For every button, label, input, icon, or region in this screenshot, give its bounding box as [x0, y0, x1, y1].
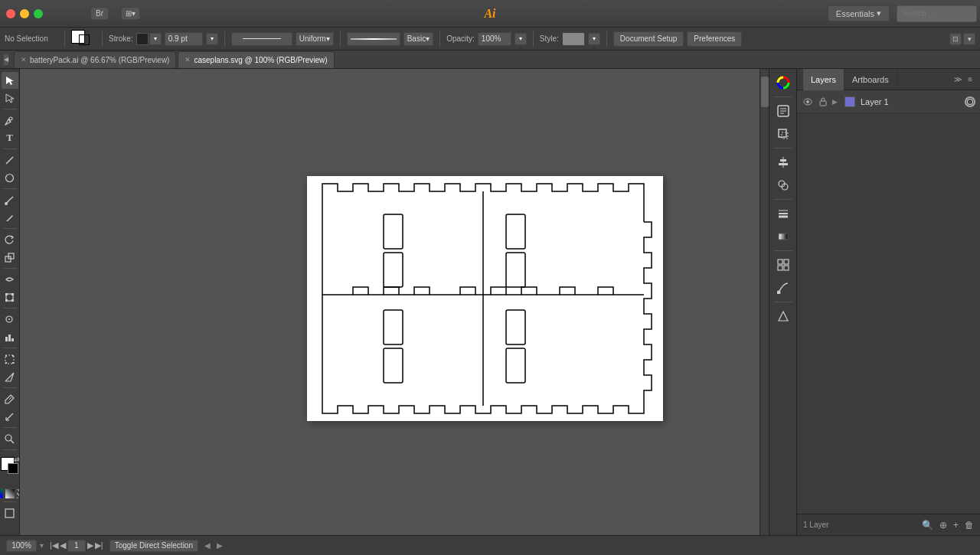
slice-tool[interactable] [2, 368, 18, 385]
search-input[interactable] [897, 5, 977, 22]
stroke-style-select[interactable]: Uniform▾ [296, 32, 334, 46]
paintbrush-tool[interactable] [2, 191, 18, 208]
svg-point-0 [9, 117, 12, 120]
arrange-view-btn[interactable]: ▾ [963, 33, 975, 45]
tab-close-batterypack[interactable]: ✕ [21, 56, 27, 64]
rotate-tool[interactable] [2, 231, 18, 248]
select-tool[interactable] [2, 72, 18, 89]
color-mode-btn[interactable] [0, 488, 4, 499]
stroke-value-input[interactable] [165, 32, 203, 46]
prev-page-btn[interactable]: ◀ [60, 540, 66, 550]
last-page-btn[interactable]: ▶| [95, 540, 103, 550]
toggle-arrow-right[interactable]: ▶ [217, 541, 223, 550]
style-arrow[interactable]: ▾ [588, 33, 600, 45]
line-tool[interactable] [2, 152, 18, 168]
swap-colors-btn[interactable]: ⇄ [14, 455, 20, 463]
stroke-type-btn[interactable]: ▾ [149, 33, 162, 45]
zoom-tool[interactable] [2, 430, 18, 447]
basic-label: Basic [407, 34, 426, 43]
page-number-input[interactable] [67, 540, 86, 552]
layers-search-btn[interactable]: 🔍 [922, 520, 933, 531]
transform-panel-btn[interactable] [773, 123, 794, 145]
arrange-button[interactable]: ⊞▾ [121, 7, 140, 20]
artboard-tool[interactable] [2, 351, 18, 367]
layers-delete-btn[interactable]: 🗑 [965, 520, 974, 531]
view-controls: ⊡ ▾ [949, 33, 975, 45]
pen-tool[interactable] [2, 112, 18, 129]
opacity-arrow[interactable]: ▾ [514, 33, 527, 45]
layer-expand-btn[interactable]: ▶ [832, 98, 841, 106]
stroke-panel-btn[interactable] [773, 203, 794, 224]
brush-style-select[interactable]: Basic▾ [403, 32, 433, 46]
tab-close-caseplans[interactable]: ✕ [185, 56, 191, 64]
style-preview[interactable] [562, 32, 585, 46]
minimize-button[interactable] [20, 9, 29, 18]
column-graph-tool[interactable] [2, 328, 18, 345]
preferences-button[interactable]: Preferences [687, 31, 742, 47]
first-page-btn[interactable]: |◀ [50, 540, 58, 550]
doc-setup-button[interactable]: Document Setup [613, 31, 684, 47]
stroke-color-swatch[interactable] [8, 463, 18, 474]
stroke-value-arrow[interactable]: ▾ [206, 33, 218, 45]
scale-tool[interactable] [2, 249, 18, 266]
canvas-area[interactable] [20, 69, 769, 535]
layer-lock-btn[interactable] [817, 96, 829, 108]
libraries-panel-btn[interactable] [773, 305, 794, 327]
svg-rect-34 [506, 253, 525, 287]
symbols-panel-btn[interactable] [773, 254, 794, 276]
layers-new-sublayer-btn[interactable]: ⊕ [939, 520, 947, 531]
artboards-tab[interactable]: Artboards [844, 69, 897, 90]
type-tool[interactable]: T [2, 129, 18, 146]
variable-width-profile[interactable] [347, 32, 400, 46]
svg-rect-54 [779, 233, 788, 240]
brushes-panel-btn[interactable] [773, 277, 794, 299]
warp-tool[interactable] [2, 271, 18, 288]
zoom-arrow[interactable]: ▾ [40, 541, 44, 550]
layers-tab[interactable]: Layers [803, 69, 844, 90]
align-panel-btn[interactable] [773, 152, 794, 173]
gradient-panel-btn[interactable] [773, 226, 794, 247]
maximize-button[interactable] [34, 9, 43, 18]
layers-panel-menu-btn[interactable]: ≫ [952, 73, 963, 85]
tab-batterypack[interactable]: ✕ batteryPack.ai @ 66.67% (RGB/Preview) [14, 51, 176, 68]
layers-panel-close-btn[interactable]: ≡ [966, 73, 974, 85]
stroke-color-box[interactable] [136, 33, 149, 45]
tab-label-caseplans: caseplans.svg @ 100% (RGB/Preview) [194, 56, 327, 64]
next-page-btn[interactable]: ▶ [87, 540, 93, 550]
floorplan-svg [307, 176, 663, 421]
stroke-line-preview[interactable] [231, 32, 292, 46]
symbol-sprayer-tool[interactable] [2, 311, 18, 328]
close-button[interactable] [6, 9, 15, 18]
direct-select-tool[interactable] [2, 90, 18, 106]
tab-drawer-btn[interactable]: ◀ [3, 54, 9, 66]
toggle-arrow-left[interactable]: ◀ [204, 541, 211, 550]
divider4 [340, 31, 341, 47]
lt-sep7 [3, 348, 17, 348]
essentials-button[interactable]: Essentials ▾ [828, 5, 890, 21]
screen-mode-btn[interactable] [2, 504, 18, 521]
color-panel-btn[interactable] [773, 72, 794, 93]
free-transform-tool[interactable] [2, 289, 18, 305]
statusbar: ▾ |◀ ◀ ▶ ▶| Toggle Direct Selection ◀ ▶ [0, 535, 980, 555]
pencil-tool[interactable] [2, 209, 18, 226]
layer-name[interactable]: Layer 1 [861, 97, 962, 106]
toggle-direct-selection-btn[interactable]: Toggle Direct Selection [109, 540, 198, 552]
layer-target-btn[interactable] [965, 96, 975, 107]
opacity-input[interactable] [478, 32, 511, 46]
bridge-button[interactable]: Br [90, 7, 109, 20]
ellipse-tool[interactable] [2, 169, 18, 186]
layer-visibility-btn[interactable] [802, 96, 814, 108]
pathfinder-panel-btn[interactable] [773, 175, 794, 196]
gradient-btn[interactable] [5, 488, 15, 499]
canvas-scrollbar-v[interactable] [760, 69, 769, 535]
view-toggle[interactable]: ⊡ [949, 33, 962, 45]
svg-rect-36 [384, 348, 403, 383]
measure-tool[interactable] [2, 408, 18, 425]
tab-caseplans[interactable]: ✕ caseplans.svg @ 100% (RGB/Preview) [178, 51, 334, 68]
zoom-input[interactable] [6, 540, 37, 552]
eyedropper-tool[interactable] [2, 390, 18, 407]
appearance-panel-btn[interactable] [773, 100, 794, 122]
layers-new-layer-btn[interactable]: + [953, 520, 959, 531]
scrollbar-thumb-v[interactable] [761, 77, 769, 107]
stroke-swatch[interactable] [79, 34, 90, 45]
